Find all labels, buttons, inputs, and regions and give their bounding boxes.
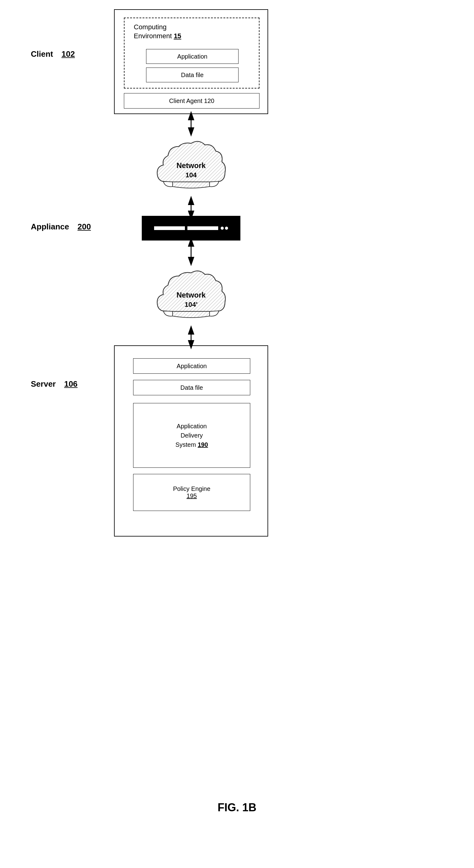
ads-label: ApplicationDeliverySystem 190 <box>176 422 208 449</box>
client-datafile-label: Data file <box>181 71 203 79</box>
svg-text:Network: Network <box>177 161 206 169</box>
network-cloud-1: Network 104 <box>148 132 234 200</box>
figure-title: FIG. 1B <box>218 801 256 814</box>
ads-ref: 190 <box>197 441 208 448</box>
server-text: Server <box>31 379 56 389</box>
svg-text:104: 104 <box>186 171 197 179</box>
client-agent-box: Client Agent 120 <box>124 93 259 108</box>
server-ref: 106 <box>64 379 77 389</box>
policy-engine-box: Policy Engine 195 <box>133 474 250 511</box>
server-application-label: Application <box>177 363 207 370</box>
appliance-text: Appliance <box>31 222 69 231</box>
svg-text:104': 104' <box>185 301 197 308</box>
client-ref: 102 <box>61 49 74 59</box>
client-box: ComputingEnvironment 15 Application Data… <box>114 9 268 114</box>
network-cloud-2: Network 104' <box>148 262 234 330</box>
client-datafile-box: Data file <box>146 67 239 82</box>
diagram: Client 102 ComputingEnvironment 15 Appli… <box>0 0 474 833</box>
computing-env-box: ComputingEnvironment 15 Application Data… <box>124 18 259 89</box>
server-datafile-box: Data file <box>133 380 250 395</box>
computing-env-ref: 15 <box>174 32 181 40</box>
ads-box: ApplicationDeliverySystem 190 <box>133 403 250 468</box>
server-datafile-label: Data file <box>180 384 203 391</box>
client-application-box: Application <box>146 49 239 64</box>
appliance-dot-1 <box>221 227 224 230</box>
appliance-label: Appliance 200 <box>31 222 91 231</box>
client-agent-label: Client Agent 120 <box>169 97 215 104</box>
client-label: Client 102 <box>31 49 75 59</box>
server-application-box: Application <box>133 358 250 374</box>
client-text: Client <box>31 49 53 59</box>
appliance-slot-1 <box>154 226 185 230</box>
client-application-label: Application <box>177 53 208 60</box>
svg-text:Network: Network <box>177 291 206 299</box>
appliance-slot-2 <box>187 226 218 230</box>
figure-caption: FIG. 1B <box>218 801 256 814</box>
policy-ref: 195 <box>186 492 197 499</box>
appliance-ref: 200 <box>77 222 91 231</box>
server-label: Server 106 <box>31 379 78 389</box>
policy-label: Policy Engine <box>173 485 210 492</box>
appliance-device <box>142 216 241 241</box>
appliance-dots <box>221 227 228 230</box>
appliance-dot-2 <box>225 227 228 230</box>
server-box: Application Data file ApplicationDeliver… <box>114 345 268 536</box>
computing-env-title: ComputingEnvironment 15 <box>134 23 181 40</box>
